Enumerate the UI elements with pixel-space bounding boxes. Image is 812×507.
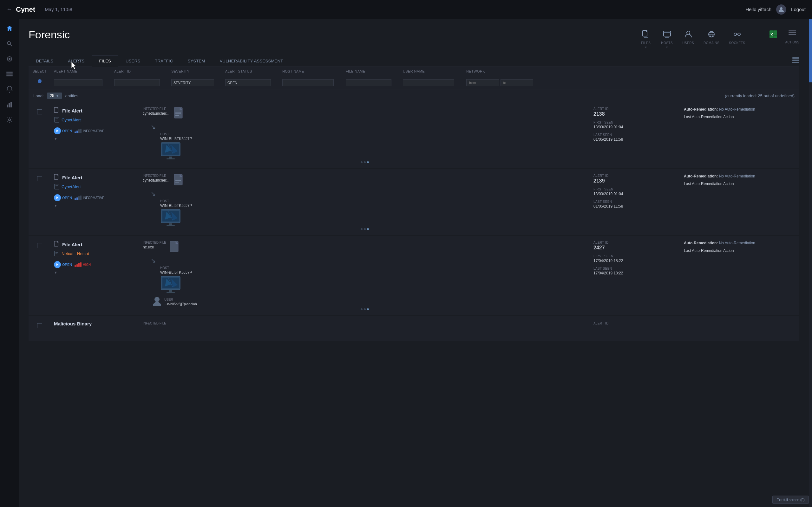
tab-users[interactable]: USERS: [118, 55, 148, 66]
user-avatar[interactable]: [776, 4, 786, 14]
scrollbar[interactable]: [809, 19, 812, 507]
sidebar-icon-settings[interactable]: [3, 113, 16, 126]
alert-4-checkbox[interactable]: [37, 323, 42, 328]
actions-button[interactable]: ACTIONS: [785, 29, 799, 44]
filter-alert-name: [51, 78, 111, 86]
file-filter[interactable]: [346, 79, 392, 86]
alert-1-name[interactable]: CynetAlert: [61, 118, 81, 122]
last-seen-label-2: LAST SEEN: [594, 200, 676, 204]
alert-1-status-play[interactable]: [54, 127, 61, 134]
user-label-3: USER: [164, 298, 197, 301]
first-seen-section-2: FIRST SEEN 13/03/2019 01:04: [594, 187, 676, 196]
svg-rect-70: [169, 223, 172, 225]
alert-id-section-3: ALERT ID 2427: [594, 241, 676, 250]
actions-icon: [788, 29, 797, 39]
sidebar-icon-search[interactable]: [3, 38, 16, 50]
exit-fullscreen-toast[interactable]: Exit full screen (F): [772, 496, 809, 504]
alert-3-status: OPEN: [62, 263, 72, 267]
alert-3-checkbox[interactable]: [37, 243, 42, 248]
severity-filter[interactable]: SEVERITY: [171, 79, 214, 86]
alert-row-2-check: [29, 169, 51, 235]
tab-files[interactable]: FILES: [92, 55, 118, 67]
back-button[interactable]: ←: [6, 6, 12, 13]
main-content: Forensic FILES ▼ HOSTS ▼: [19, 19, 809, 507]
date-to-filter[interactable]: [501, 79, 534, 86]
sidebar-icon-network[interactable]: [3, 53, 16, 65]
alert-2-status-play[interactable]: [54, 194, 61, 201]
tab-system[interactable]: SYSTEM: [180, 55, 212, 66]
tab-alerts[interactable]: ALERTS: [61, 55, 92, 66]
tab-traffic[interactable]: TRAFFIC: [148, 55, 180, 66]
svg-rect-57: [55, 184, 59, 189]
filter-select-cell: [29, 78, 51, 86]
host-filter[interactable]: [282, 79, 334, 86]
alert-2-name[interactable]: CynetAlert: [61, 184, 81, 189]
svg-marker-43: [56, 130, 58, 132]
alert-row-4-details: ALERT ID: [590, 316, 679, 341]
auto-remediation-1: Auto-Remediation: No Auto-Remediation: [684, 107, 795, 112]
toolbar-hosts[interactable]: HOSTS ▼: [661, 29, 673, 49]
sidebar-icon-list[interactable]: [3, 68, 16, 80]
excel-export-button[interactable]: X: [768, 29, 779, 40]
tab-details[interactable]: DETAILS: [29, 55, 61, 66]
auto-remediation-2: Auto-Remediation: No Auto-Remediation: [684, 174, 795, 178]
infected-label-4: INFECTED FILE: [143, 322, 166, 325]
alert-list[interactable]: File Alert CynetAlert OPEN: [29, 102, 799, 507]
hosts-arrow: ▼: [666, 46, 668, 49]
load-count-arrow: ▼: [56, 94, 59, 98]
alert-3-status-play[interactable]: [54, 261, 61, 268]
last-seen-value-1: 01/05/2019 11:58: [594, 137, 676, 142]
toolbar-sockets[interactable]: SOCKETS: [729, 29, 745, 45]
infected-label-2: INFECTED FILE: [143, 174, 166, 177]
table-row[interactable]: File Alert Netcat - Netcat OPEN: [29, 236, 799, 316]
user-filter[interactable]: [403, 79, 454, 86]
alert-row-3-remediation: Auto-Remediation: No Auto-Remediation La…: [679, 236, 799, 315]
alert-1-expand[interactable]: ▼: [54, 137, 136, 141]
status-filter[interactable]: OPEN: [225, 79, 271, 86]
table-row[interactable]: Malicious Binary INFECTED FILE ALERT ID: [29, 316, 799, 342]
toolbar-domains[interactable]: DOMAINS: [704, 29, 719, 45]
remediation-label-1: Auto-Remediation:: [684, 107, 718, 112]
load-count-box[interactable]: 25 ▼: [47, 93, 62, 99]
hosts-icon: [661, 29, 673, 40]
svg-point-0: [780, 7, 782, 10]
alert-2-status: OPEN: [62, 196, 72, 200]
alert-row-4-filemap: INFECTED FILE: [140, 316, 590, 341]
alert-row-1-check: [29, 102, 51, 168]
filter-row: SEVERITY OPEN: [29, 76, 799, 89]
alert-2-checkbox[interactable]: [37, 176, 42, 181]
table-row[interactable]: File Alert CynetAlert OPEN: [29, 169, 799, 235]
sidebar-icon-bell[interactable]: [3, 83, 16, 96]
users-icon: [682, 29, 694, 40]
toolbar-users[interactable]: USERS: [682, 29, 694, 45]
tab-vulnerability[interactable]: VULNERABILITY ASSESSMENT: [212, 55, 291, 66]
remediation-value-1: No Auto-Remediation: [719, 107, 755, 112]
list-view-icon[interactable]: [792, 57, 799, 65]
svg-rect-10: [9, 103, 10, 107]
host-name-2: WIN-BLI5TK5JJ7P: [160, 204, 192, 208]
alert-id-filter[interactable]: [114, 79, 160, 86]
alert-name-filter[interactable]: [54, 79, 102, 86]
alert-3-expand[interactable]: ▼: [54, 271, 136, 274]
alert-3-name[interactable]: Netcat - Netcat: [61, 251, 89, 256]
alert-3-severity-label: HIGH: [83, 263, 91, 267]
sidebar-icon-chart[interactable]: [3, 98, 16, 111]
table-row[interactable]: File Alert CynetAlert OPEN: [29, 102, 799, 169]
alert-id-label-2: ALERT ID: [594, 174, 676, 177]
alert-id-value-1: 2138: [594, 111, 676, 117]
toolbar-files[interactable]: FILES ▼: [640, 29, 652, 49]
logout-button[interactable]: Logout: [791, 7, 806, 12]
sub-tabs: DETAILS ALERTS FILES USERS TRAFFIC SYSTE…: [29, 55, 799, 67]
users-label: USERS: [682, 41, 694, 45]
exit-fullscreen-label: Exit full screen (F): [776, 498, 805, 502]
alert-1-checkbox[interactable]: [37, 109, 42, 114]
date-from-filter[interactable]: [466, 79, 499, 86]
alert-row-2-details: ALERT ID 2139 FIRST SEEN 13/03/2019 01:0…: [590, 169, 679, 235]
load-bar: Load: 25 ▼ entities (currently loaded: 2…: [29, 89, 799, 102]
alert-2-expand[interactable]: ▼: [54, 204, 136, 208]
host-name-3: WIN-BLI5TK5JJ7P: [160, 270, 192, 275]
user-section-3: USER ...n-bli5tk5jj7p\soclab: [143, 296, 587, 307]
monitor-icon-3: [160, 275, 183, 294]
scrollbar-thumb[interactable]: [809, 19, 812, 82]
sidebar-icon-home[interactable]: [3, 22, 16, 35]
